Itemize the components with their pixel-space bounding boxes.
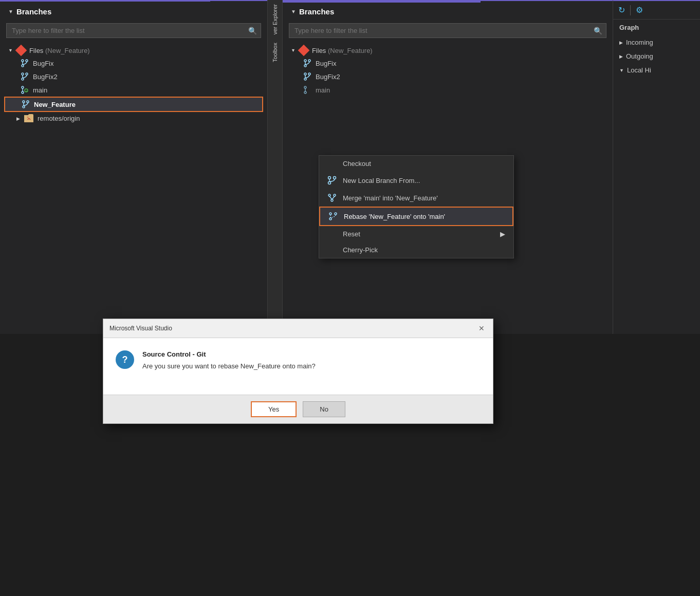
dialog-close-button[interactable]: ✕ bbox=[476, 323, 487, 333]
far-right-toolbar: ↻ ⚙ bbox=[613, 1, 700, 20]
right-branch-main[interactable]: main bbox=[287, 83, 609, 97]
context-menu-checkout[interactable]: Checkout bbox=[319, 156, 513, 172]
dialog-no-button[interactable]: No bbox=[303, 401, 345, 417]
svg-point-13 bbox=[23, 101, 25, 103]
dialog-message: Are you sure you want to rebase New_Feat… bbox=[142, 362, 481, 370]
vertical-tab-bar: ver Explorer Toolbox bbox=[267, 0, 283, 334]
right-branch-bugfix2-label: BugFix2 bbox=[316, 73, 340, 81]
left-branch-new-feature-label: New_Feature bbox=[34, 101, 76, 108]
dialog-box: Microsoft Visual Studio ✕ ? Source Contr… bbox=[103, 319, 493, 424]
tab-toolbox[interactable]: Toolbox bbox=[271, 39, 279, 66]
right-filter-container: 🔍 bbox=[289, 23, 606, 38]
git-branch-icon-main: + bbox=[21, 86, 29, 94]
right-panel-title: Branches bbox=[283, 1, 613, 20]
right-git-branch-icon-2 bbox=[303, 72, 311, 81]
left-branch-bugfix[interactable]: BugFix bbox=[4, 57, 263, 70]
context-menu-reset[interactable]: Reset ▶ bbox=[319, 226, 513, 242]
left-branch-bugfix2[interactable]: BugFix2 bbox=[4, 70, 263, 83]
dialog-text-block: Source Control - Git Are you sure you wa… bbox=[142, 350, 481, 370]
outgoing-section[interactable]: Outgoing bbox=[613, 49, 700, 63]
folder-with-x-icon: ✕ bbox=[24, 115, 33, 122]
outgoing-label: Outgoing bbox=[626, 52, 653, 60]
left-remotes-item[interactable]: ▶ ✕ remotes/origin bbox=[4, 112, 263, 125]
svg-point-8 bbox=[22, 86, 24, 88]
dialog-subtitle: Source Control - Git bbox=[142, 350, 481, 358]
left-branch-tree: Files (New_Feature) BugFix bbox=[0, 44, 267, 125]
right-filter-input[interactable] bbox=[289, 23, 606, 38]
svg-point-32 bbox=[328, 194, 330, 196]
graph-label: Graph bbox=[613, 20, 700, 35]
local-history-section[interactable]: Local Hi bbox=[613, 63, 700, 77]
svg-point-21 bbox=[304, 73, 306, 75]
svg-point-5 bbox=[26, 73, 28, 75]
svg-point-6 bbox=[22, 78, 24, 80]
incoming-section[interactable]: Incoming bbox=[613, 35, 700, 49]
left-files-section-header[interactable]: Files (New_Feature) bbox=[4, 44, 263, 57]
git-branch-icon-2 bbox=[21, 72, 29, 81]
dialog-footer: Yes No bbox=[103, 395, 493, 423]
left-filter-container: 🔍 bbox=[6, 23, 261, 38]
svg-point-9 bbox=[22, 91, 24, 94]
context-menu-cherry-pick-label: Cherry-Pick bbox=[343, 246, 378, 254]
svg-point-2 bbox=[22, 65, 24, 67]
svg-point-29 bbox=[334, 177, 336, 179]
svg-point-37 bbox=[329, 213, 331, 215]
left-files-label: Files bbox=[29, 47, 43, 54]
dialog-titlebar: Microsoft Visual Studio ✕ bbox=[103, 319, 493, 338]
context-menu-checkout-label: Checkout bbox=[343, 160, 371, 167]
svg-point-22 bbox=[308, 73, 310, 75]
context-menu-new-branch[interactable]: New Local Branch From... bbox=[319, 172, 513, 189]
right-diamond-icon bbox=[298, 45, 310, 57]
left-branch-main[interactable]: + main bbox=[4, 83, 263, 97]
dialog-title: Microsoft Visual Studio bbox=[109, 325, 172, 332]
svg-point-23 bbox=[304, 78, 306, 80]
dialog-yes-button[interactable]: Yes bbox=[251, 401, 297, 417]
svg-line-36 bbox=[332, 196, 335, 199]
reset-arrow-icon: ▶ bbox=[500, 230, 505, 238]
left-branch-bugfix2-label: BugFix2 bbox=[33, 73, 58, 81]
rebase-icon bbox=[328, 212, 338, 221]
svg-point-14 bbox=[27, 101, 29, 103]
svg-point-38 bbox=[335, 213, 337, 215]
svg-point-25 bbox=[304, 86, 306, 88]
svg-point-18 bbox=[308, 60, 310, 62]
new-branch-icon bbox=[327, 176, 337, 185]
right-branch-main-label: main bbox=[316, 86, 330, 94]
context-menu-merge-label: Merge 'main' into 'New_Feature' bbox=[343, 194, 438, 202]
right-files-label: Files bbox=[312, 47, 326, 54]
right-files-section-header[interactable]: Files (New_Feature) bbox=[287, 44, 609, 57]
right-branch-tree: Files (New_Feature) BugFix bbox=[283, 44, 613, 97]
svg-point-33 bbox=[334, 194, 336, 196]
left-branches-panel: Branches 🔍 Files (New_Feature) bbox=[0, 0, 267, 334]
settings-icon[interactable]: ⚙ bbox=[635, 4, 644, 16]
right-branch-bugfix2[interactable]: BugFix2 bbox=[287, 70, 609, 83]
toolbar-separator bbox=[630, 5, 631, 15]
dialog-content-row: ? Source Control - Git Are you sure you … bbox=[116, 350, 481, 370]
context-menu: Checkout New Local Branch From... bbox=[319, 155, 514, 258]
context-menu-cherry-pick[interactable]: Cherry-Pick bbox=[319, 242, 513, 258]
left-filter-input[interactable] bbox=[6, 23, 261, 38]
left-branch-bugfix-label: BugFix bbox=[33, 60, 53, 67]
svg-line-35 bbox=[329, 196, 332, 199]
context-menu-rebase[interactable]: Rebase 'New_Feature' onto 'main' bbox=[319, 207, 513, 226]
svg-point-15 bbox=[23, 106, 25, 108]
context-menu-merge[interactable]: Merge 'main' into 'New_Feature' bbox=[319, 189, 513, 207]
left-panel-title: Branches bbox=[0, 1, 267, 20]
right-files-context: (New_Feature) bbox=[328, 47, 373, 54]
context-menu-rebase-label: Rebase 'New_Feature' onto 'main' bbox=[344, 213, 445, 220]
left-branch-new-feature[interactable]: New_Feature bbox=[4, 97, 263, 112]
right-branch-bugfix[interactable]: BugFix bbox=[287, 57, 609, 70]
tab-server-explorer[interactable]: ver Explorer bbox=[271, 0, 279, 39]
svg-point-30 bbox=[328, 182, 331, 184]
svg-point-17 bbox=[304, 60, 306, 62]
left-files-context: (New_Feature) bbox=[45, 47, 90, 54]
far-right-panel: ↻ ⚙ Graph Incoming Outgoing Local Hi bbox=[613, 0, 700, 334]
svg-point-28 bbox=[328, 177, 331, 179]
left-remotes-label: remotes/origin bbox=[38, 115, 80, 122]
right-git-branch-icon-main bbox=[303, 86, 311, 94]
dialog-question-icon: ? bbox=[116, 350, 134, 369]
merge-icon bbox=[327, 193, 337, 202]
remotes-expand-icon: ▶ bbox=[16, 116, 20, 121]
local-history-label: Local Hi bbox=[627, 66, 651, 74]
refresh-icon[interactable]: ↻ bbox=[617, 4, 626, 16]
